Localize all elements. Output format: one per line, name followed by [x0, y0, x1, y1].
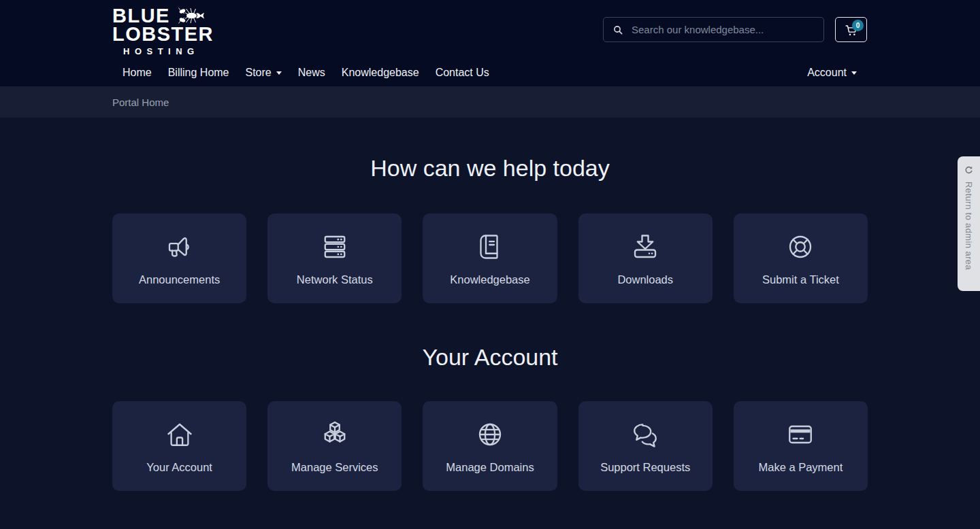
cart-button[interactable]: 0 [835, 17, 867, 42]
card-manage-services[interactable]: Manage Services [267, 401, 402, 491]
card-label: Knowledgebase [450, 273, 529, 286]
nav-item-home: Home [114, 65, 160, 81]
card-downloads[interactable]: Downloads [578, 214, 713, 303]
breadcrumb-item-portal-home[interactable]: Portal Home [112, 97, 169, 108]
life-ring-icon [784, 231, 817, 263]
card-manage-domains[interactable]: Manage Domains [423, 401, 557, 491]
account-cards: Your AccountManage ServicesManage Domain… [112, 401, 868, 491]
logo-text-line2: LOBSTER [112, 25, 214, 44]
card-label: Manage Domains [446, 461, 534, 474]
logo-text-line1: BLUE [112, 7, 170, 25]
chevron-down-icon [851, 71, 857, 75]
card-your-account[interactable]: Your Account [112, 401, 246, 491]
comments-icon [629, 418, 662, 451]
download-icon [629, 231, 662, 263]
return-to-admin-tab[interactable]: Return to admin area [958, 156, 980, 291]
nav-label: Billing Home [168, 67, 229, 78]
card-label: Manage Services [291, 461, 378, 474]
nav-item-store: Store [238, 65, 290, 81]
globe-icon [474, 418, 506, 451]
help-cards: AnnouncementsNetwork StatusKnowledgebase… [112, 214, 868, 303]
refresh-icon [964, 165, 974, 175]
server-icon [318, 231, 351, 263]
admin-tab-label: Return to admin area [964, 182, 974, 270]
cubes-icon [318, 418, 351, 451]
card-knowledgebase[interactable]: Knowledgebase [423, 214, 557, 303]
card-label: Submit a Ticket [762, 273, 839, 286]
nav-label: Knowledgebase [342, 67, 419, 78]
nav-link-contact-us[interactable]: Contact Us [427, 65, 497, 81]
account-menu[interactable]: Account [807, 65, 857, 81]
account-menu-label: Account [807, 67, 847, 78]
card-submit-a-ticket[interactable]: Submit a Ticket [734, 214, 868, 303]
chevron-down-icon [276, 71, 282, 75]
card-label: Network Status [297, 273, 373, 286]
page-title: How can we help today [112, 155, 868, 182]
card-make-a-payment[interactable]: Make a Payment [734, 401, 868, 491]
card-label: Make a Payment [759, 461, 843, 474]
book-icon [474, 231, 506, 263]
card-announcements[interactable]: Announcements [112, 214, 246, 303]
search-icon [612, 24, 623, 35]
nav-item-news: News [290, 65, 333, 81]
breadcrumb: Portal Home [0, 86, 980, 118]
portal-page: BLUE [0, 0, 980, 529]
nav-item-billing-home: Billing Home [160, 65, 238, 81]
card-network-status[interactable]: Network Status [267, 214, 402, 303]
nav-link-home[interactable]: Home [114, 65, 160, 81]
nav-item-knowledgebase: Knowledgebase [333, 65, 427, 81]
help-section: How can we help today AnnouncementsNetwo… [112, 155, 868, 303]
card-support-requests[interactable]: Support Requests [578, 401, 713, 491]
nav-label: Contact Us [436, 67, 489, 78]
knowledgebase-search [603, 17, 824, 42]
site-logo[interactable]: BLUE [112, 6, 214, 56]
card-label: Support Requests [600, 461, 690, 474]
card-label: Your Account [146, 461, 212, 474]
nav-link-billing-home[interactable]: Billing Home [160, 65, 238, 81]
nav-label: Store [246, 67, 272, 78]
nav-label: Home [122, 67, 152, 78]
lobster-icon [176, 6, 207, 25]
nav-link-store[interactable]: Store [238, 65, 290, 81]
card-label: Announcements [139, 273, 220, 286]
nav-label: News [298, 67, 325, 78]
card-label: Downloads [617, 273, 673, 286]
nav-link-news[interactable]: News [290, 65, 333, 81]
account-section: Your Account Your AccountManage Services… [112, 344, 868, 491]
credit-card-icon [784, 418, 817, 451]
home-icon [163, 418, 196, 451]
account-section-title: Your Account [112, 344, 868, 371]
cart-count-badge: 0 [852, 20, 864, 31]
nav-item-contact-us: Contact Us [427, 65, 497, 81]
search-input[interactable] [632, 24, 815, 35]
logo-text-line3: HOSTING [123, 47, 214, 56]
site-header: BLUE [0, 0, 980, 86]
megaphone-icon [163, 231, 196, 263]
main-content: How can we help today AnnouncementsNetwo… [112, 155, 868, 491]
nav-link-knowledgebase[interactable]: Knowledgebase [333, 65, 427, 81]
